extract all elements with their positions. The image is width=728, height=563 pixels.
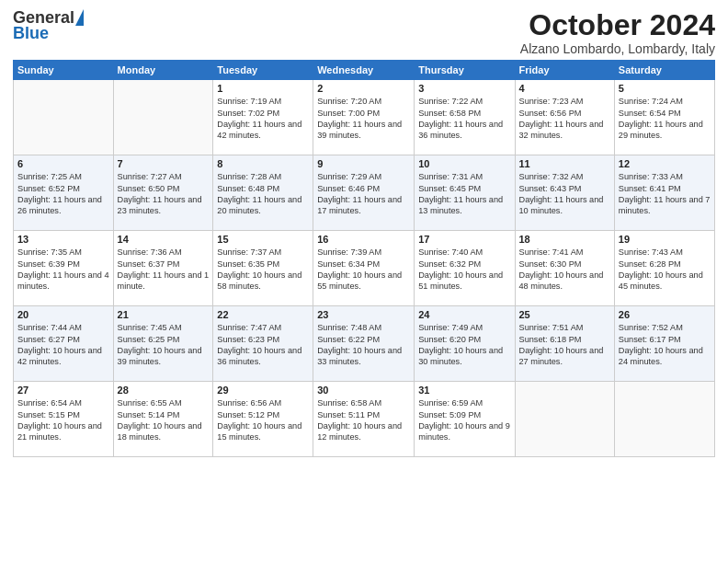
cell-content: Sunrise: 7:27 AMSunset: 6:50 PMDaylight:… xyxy=(118,171,210,217)
day-number: 20 xyxy=(17,309,109,320)
day-number: 13 xyxy=(17,234,109,245)
calendar-cell: 24Sunrise: 7:49 AMSunset: 6:20 PMDayligh… xyxy=(415,306,515,382)
cell-content: Sunrise: 7:23 AMSunset: 6:56 PMDaylight:… xyxy=(519,96,610,142)
cell-content: Sunrise: 7:22 AMSunset: 6:58 PMDaylight:… xyxy=(418,96,510,142)
day-number: 8 xyxy=(217,158,309,169)
cell-content: Sunrise: 7:49 AMSunset: 6:20 PMDaylight:… xyxy=(418,322,510,368)
calendar-cell: 22Sunrise: 7:47 AMSunset: 6:23 PMDayligh… xyxy=(213,306,313,382)
calendar-cell: 3Sunrise: 7:22 AMSunset: 6:58 PMDaylight… xyxy=(415,80,515,155)
day-number: 19 xyxy=(619,234,711,245)
day-number: 17 xyxy=(418,234,510,245)
calendar-cell: 30Sunrise: 6:58 AMSunset: 5:11 PMDayligh… xyxy=(313,382,415,457)
calendar-cell: 6Sunrise: 7:25 AMSunset: 6:52 PMDaylight… xyxy=(14,155,114,231)
logo: General Blue xyxy=(13,9,84,43)
cell-content: Sunrise: 7:32 AMSunset: 6:43 PMDaylight:… xyxy=(519,171,610,217)
header-monday: Monday xyxy=(113,61,213,80)
cell-content: Sunrise: 7:44 AMSunset: 6:27 PMDaylight:… xyxy=(17,322,109,368)
cell-content: Sunrise: 6:55 AMSunset: 5:14 PMDaylight:… xyxy=(118,397,210,443)
header-thursday: Thursday xyxy=(415,61,515,80)
calendar-cell: 19Sunrise: 7:43 AMSunset: 6:28 PMDayligh… xyxy=(614,231,714,306)
day-number: 22 xyxy=(217,309,309,320)
cell-content: Sunrise: 6:54 AMSunset: 5:15 PMDaylight:… xyxy=(17,397,109,443)
calendar-cell: 5Sunrise: 7:24 AMSunset: 6:54 PMDaylight… xyxy=(614,80,714,155)
cell-content: Sunrise: 7:31 AMSunset: 6:45 PMDaylight:… xyxy=(418,171,510,217)
calendar-cell: 7Sunrise: 7:27 AMSunset: 6:50 PMDaylight… xyxy=(113,155,213,231)
day-number: 27 xyxy=(17,385,109,396)
calendar-cell: 21Sunrise: 7:45 AMSunset: 6:25 PMDayligh… xyxy=(113,306,213,382)
cell-content: Sunrise: 7:51 AMSunset: 6:18 PMDaylight:… xyxy=(519,322,610,368)
cell-content: Sunrise: 7:47 AMSunset: 6:23 PMDaylight:… xyxy=(217,322,309,368)
calendar-cell: 25Sunrise: 7:51 AMSunset: 6:18 PMDayligh… xyxy=(515,306,614,382)
cell-content: Sunrise: 7:36 AMSunset: 6:37 PMDaylight:… xyxy=(118,247,210,293)
day-number: 15 xyxy=(217,234,309,245)
calendar-cell: 12Sunrise: 7:33 AMSunset: 6:41 PMDayligh… xyxy=(614,155,714,231)
calendar-cell: 23Sunrise: 7:48 AMSunset: 6:22 PMDayligh… xyxy=(313,306,415,382)
calendar-table: Sunday Monday Tuesday Wednesday Thursday… xyxy=(13,60,715,457)
calendar-cell: 29Sunrise: 6:56 AMSunset: 5:12 PMDayligh… xyxy=(213,382,313,457)
cell-content: Sunrise: 7:33 AMSunset: 6:41 PMDaylight:… xyxy=(619,171,711,217)
cell-content: Sunrise: 6:59 AMSunset: 5:09 PMDaylight:… xyxy=(418,397,510,443)
logo-blue: Blue xyxy=(13,24,49,42)
calendar-week-4: 20Sunrise: 7:44 AMSunset: 6:27 PMDayligh… xyxy=(14,306,715,382)
cell-content: Sunrise: 7:24 AMSunset: 6:54 PMDaylight:… xyxy=(619,96,711,142)
calendar-cell: 4Sunrise: 7:23 AMSunset: 6:56 PMDaylight… xyxy=(515,80,614,155)
calendar-cell xyxy=(614,382,714,457)
cell-content: Sunrise: 6:56 AMSunset: 5:12 PMDaylight:… xyxy=(217,397,309,443)
header-friday: Friday xyxy=(515,61,614,80)
calendar-cell: 13Sunrise: 7:35 AMSunset: 6:39 PMDayligh… xyxy=(14,231,114,306)
title-block: October 2024 Alzano Lombardo, Lombardy, … xyxy=(520,9,715,56)
location-subtitle: Alzano Lombardo, Lombardy, Italy xyxy=(520,41,715,56)
day-number: 1 xyxy=(217,83,309,94)
calendar-cell: 8Sunrise: 7:28 AMSunset: 6:48 PMDaylight… xyxy=(213,155,313,231)
day-number: 30 xyxy=(317,385,410,396)
day-number: 5 xyxy=(619,83,711,94)
header-row: Sunday Monday Tuesday Wednesday Thursday… xyxy=(14,61,715,80)
cell-content: Sunrise: 7:43 AMSunset: 6:28 PMDaylight:… xyxy=(619,247,711,293)
calendar-cell xyxy=(113,80,213,155)
day-number: 26 xyxy=(619,309,711,320)
calendar-week-2: 6Sunrise: 7:25 AMSunset: 6:52 PMDaylight… xyxy=(14,155,715,231)
calendar-cell: 1Sunrise: 7:19 AMSunset: 7:02 PMDaylight… xyxy=(213,80,313,155)
day-number: 4 xyxy=(519,83,610,94)
logo-triangle-icon xyxy=(75,9,84,26)
header-wednesday: Wednesday xyxy=(313,61,415,80)
day-number: 23 xyxy=(317,309,410,320)
calendar-cell: 14Sunrise: 7:36 AMSunset: 6:37 PMDayligh… xyxy=(113,231,213,306)
calendar-cell: 20Sunrise: 7:44 AMSunset: 6:27 PMDayligh… xyxy=(14,306,114,382)
cell-content: Sunrise: 7:41 AMSunset: 6:30 PMDaylight:… xyxy=(519,247,610,293)
cell-content: Sunrise: 7:48 AMSunset: 6:22 PMDaylight:… xyxy=(317,322,410,368)
cell-content: Sunrise: 6:58 AMSunset: 5:11 PMDaylight:… xyxy=(317,397,410,443)
day-number: 29 xyxy=(217,385,309,396)
calendar-week-5: 27Sunrise: 6:54 AMSunset: 5:15 PMDayligh… xyxy=(14,382,715,457)
header-sunday: Sunday xyxy=(14,61,114,80)
cell-content: Sunrise: 7:52 AMSunset: 6:17 PMDaylight:… xyxy=(619,322,711,368)
calendar-cell: 11Sunrise: 7:32 AMSunset: 6:43 PMDayligh… xyxy=(515,155,614,231)
calendar-cell: 27Sunrise: 6:54 AMSunset: 5:15 PMDayligh… xyxy=(14,382,114,457)
day-number: 24 xyxy=(418,309,510,320)
day-number: 6 xyxy=(17,158,109,169)
calendar-cell: 2Sunrise: 7:20 AMSunset: 7:00 PMDaylight… xyxy=(313,80,415,155)
cell-content: Sunrise: 7:20 AMSunset: 7:00 PMDaylight:… xyxy=(317,96,410,142)
calendar-cell: 31Sunrise: 6:59 AMSunset: 5:09 PMDayligh… xyxy=(415,382,515,457)
calendar-cell: 26Sunrise: 7:52 AMSunset: 6:17 PMDayligh… xyxy=(614,306,714,382)
header-saturday: Saturday xyxy=(614,61,714,80)
day-number: 16 xyxy=(317,234,410,245)
cell-content: Sunrise: 7:28 AMSunset: 6:48 PMDaylight:… xyxy=(217,171,309,217)
day-number: 3 xyxy=(418,83,510,94)
cell-content: Sunrise: 7:45 AMSunset: 6:25 PMDaylight:… xyxy=(118,322,210,368)
day-number: 31 xyxy=(418,385,510,396)
cell-content: Sunrise: 7:37 AMSunset: 6:35 PMDaylight:… xyxy=(217,247,309,293)
day-number: 7 xyxy=(118,158,210,169)
day-number: 28 xyxy=(118,385,210,396)
calendar-cell xyxy=(14,80,114,155)
calendar-cell: 16Sunrise: 7:39 AMSunset: 6:34 PMDayligh… xyxy=(313,231,415,306)
calendar-cell: 15Sunrise: 7:37 AMSunset: 6:35 PMDayligh… xyxy=(213,231,313,306)
calendar-cell: 17Sunrise: 7:40 AMSunset: 6:32 PMDayligh… xyxy=(415,231,515,306)
day-number: 14 xyxy=(118,234,210,245)
calendar-cell: 28Sunrise: 6:55 AMSunset: 5:14 PMDayligh… xyxy=(113,382,213,457)
header-tuesday: Tuesday xyxy=(213,61,313,80)
cell-content: Sunrise: 7:35 AMSunset: 6:39 PMDaylight:… xyxy=(17,247,109,293)
day-number: 11 xyxy=(519,158,610,169)
month-title: October 2024 xyxy=(520,9,715,41)
day-number: 10 xyxy=(418,158,510,169)
